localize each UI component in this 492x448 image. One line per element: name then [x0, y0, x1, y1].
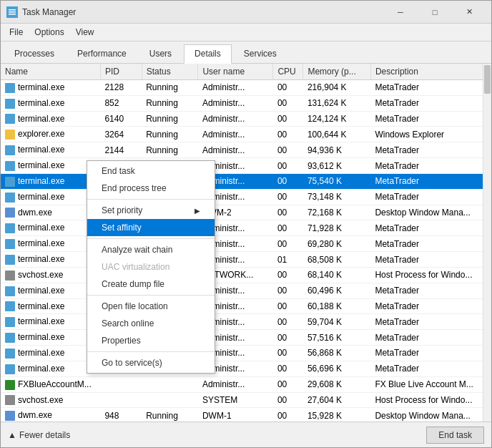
tab-services[interactable]: Services	[233, 44, 287, 63]
cell-name: svchost.exe	[1, 392, 100, 408]
table-row[interactable]: terminal.exe 8592 Running Administr... 0…	[1, 173, 491, 189]
cell-name: terminal.exe	[1, 330, 100, 346]
menu-options[interactable]: Options	[29, 25, 69, 39]
cell-user: Administr...	[198, 80, 273, 96]
menu-separator	[87, 199, 215, 200]
title-bar: Task Manager ─ □ ✕	[1, 1, 491, 24]
tab-users[interactable]: Users	[139, 44, 182, 63]
tab-details[interactable]: Details	[184, 44, 232, 64]
cell-cpu: 00	[273, 298, 303, 314]
context-menu-item[interactable]: End task	[87, 162, 215, 180]
cell-pid: 2144	[100, 142, 142, 158]
cell-cpu: 00	[273, 376, 303, 392]
process-table: Name PID Status User name CPU Memory (p.…	[1, 64, 491, 422]
context-menu-item[interactable]: Analyze wait chain	[87, 241, 215, 258]
table-row[interactable]: terminal.exe 6140 Running Administr... 0…	[1, 111, 491, 127]
cell-desc: MetaTrader	[370, 220, 491, 236]
process-icon	[5, 83, 15, 93]
cell-desc: MetaTrader	[370, 298, 491, 314]
table-row[interactable]: svchost.exe SYSTEM 00 27,604 K Host Proc…	[1, 392, 491, 408]
context-menu-item[interactable]: Go to service(s)	[87, 354, 215, 371]
table-row[interactable]: terminal.exe 2144 Running Administr... 0…	[1, 142, 491, 158]
context-menu-item[interactable]: Set affinity	[87, 219, 215, 236]
table-row[interactable]: FXBlueAccountM... Administr... 00 29,608…	[1, 376, 491, 392]
close-button[interactable]: ✕	[453, 4, 486, 20]
col-header-user[interactable]: User name	[198, 64, 273, 80]
cell-desc: MetaTrader	[370, 80, 491, 96]
col-header-memory[interactable]: Memory (p...	[303, 64, 371, 80]
menu-item-label: Analyze wait chain	[102, 245, 172, 255]
menu-bar: File Options View	[1, 24, 491, 42]
process-icon	[5, 395, 15, 405]
context-menu-item[interactable]: Properties	[87, 332, 215, 349]
table-row[interactable]: terminal.exe Administr... 00 56,868 K Me…	[1, 346, 491, 361]
cell-memory: 216,904 K	[303, 80, 371, 96]
tab-performance[interactable]: Performance	[67, 44, 137, 63]
table-row[interactable]: terminal.exe Administr... 00 57,516 K Me…	[1, 330, 491, 346]
maximize-button[interactable]: □	[418, 4, 451, 20]
cell-memory: 69,280 K	[303, 236, 371, 252]
col-header-pid[interactable]: PID	[100, 64, 142, 80]
table-row[interactable]: terminal.exe 4764 Running Administr... 0…	[1, 158, 491, 174]
task-manager-window: Task Manager ─ □ ✕ File Options View Pro…	[0, 0, 492, 448]
menu-item-label: UAC virtualization	[102, 262, 169, 272]
process-icon	[5, 286, 15, 296]
table-row[interactable]: terminal.exe Administr... 00 56,696 K Me…	[1, 361, 491, 376]
cell-name: terminal.exe	[1, 298, 100, 314]
table-row[interactable]: terminal.exe Administr... 01 68,508 K Me…	[1, 252, 491, 268]
cell-cpu: 00	[273, 361, 303, 376]
minimize-button[interactable]: ─	[384, 4, 417, 20]
table-row[interactable]: terminal.exe Administr... 00 69,280 K Me…	[1, 236, 491, 252]
menu-separator	[87, 295, 215, 296]
table-row[interactable]: terminal.exe Administr... 00 60,496 K Me…	[1, 283, 491, 298]
cell-name: terminal.exe	[1, 80, 100, 96]
cell-memory: 60,496 K	[303, 283, 371, 298]
cell-desc: MetaTrader	[370, 314, 491, 330]
cell-memory: 15,928 K	[303, 408, 371, 422]
menu-view[interactable]: View	[70, 25, 100, 39]
table-container[interactable]: Name PID Status User name CPU Memory (p.…	[1, 64, 491, 422]
menu-item-label: Create dump file	[102, 279, 164, 289]
table-row[interactable]: terminal.exe Administr... 00 59,704 K Me…	[1, 314, 491, 330]
cell-name: terminal.exe	[1, 252, 100, 268]
menu-separator	[87, 238, 215, 239]
chevron-up-icon: ▲	[8, 430, 16, 440]
col-header-name[interactable]: Name	[1, 64, 100, 80]
cell-cpu: 00	[273, 127, 303, 142]
process-icon	[5, 364, 15, 374]
table-row[interactable]: svchost.exe NETWORK... 00 68,140 K Host …	[1, 267, 491, 283]
fewer-details-button[interactable]: ▲ Fewer details	[8, 430, 73, 440]
context-menu-item[interactable]: Set priority▶	[87, 202, 215, 219]
menu-separator	[87, 351, 215, 352]
col-header-cpu[interactable]: CPU	[273, 64, 303, 80]
col-header-status[interactable]: Status	[142, 64, 198, 80]
cell-status: Running	[142, 80, 198, 96]
cell-memory: 56,696 K	[303, 361, 371, 376]
cell-pid	[100, 376, 142, 392]
table-row[interactable]: terminal.exe Administr... 00 60,188 K Me…	[1, 298, 491, 314]
cell-pid: 852	[100, 95, 142, 111]
context-menu-item[interactable]: Open file location	[87, 298, 215, 315]
table-row[interactable]: terminal.exe 852 Running Administr... 00…	[1, 95, 491, 111]
process-icon	[5, 255, 15, 265]
process-icon	[5, 161, 15, 171]
context-menu-item[interactable]: Search online	[87, 315, 215, 332]
menu-file[interactable]: File	[4, 25, 29, 39]
context-menu-item[interactable]: Create dump file	[87, 276, 215, 293]
table-row[interactable]: explorer.exe 3264 Running Administr... 0…	[1, 127, 491, 142]
scrollbar[interactable]	[483, 64, 491, 422]
table-row[interactable]: dwm.exe DWM-2 00 72,168 K Desktop Window…	[1, 205, 491, 220]
tab-processes[interactable]: Processes	[4, 44, 65, 63]
table-row[interactable]: dwm.exe 948 Running DWM-1 00 15,928 K De…	[1, 408, 491, 422]
table-row[interactable]: terminal.exe Administr... 00 71,928 K Me…	[1, 220, 491, 236]
table-row[interactable]: terminal.exe 2128 Running Administr... 0…	[1, 80, 491, 96]
cell-desc: MetaTrader	[370, 142, 491, 158]
cell-memory: 131,624 K	[303, 95, 371, 111]
context-menu-item[interactable]: End process tree	[87, 180, 215, 197]
cell-cpu: 00	[273, 330, 303, 346]
col-header-desc[interactable]: Description	[370, 64, 491, 80]
table-row[interactable]: terminal.exe Administr... 00 73,148 K Me…	[1, 189, 491, 205]
end-task-button[interactable]: End task	[426, 427, 484, 444]
cell-status	[142, 392, 198, 408]
process-icon	[5, 145, 15, 155]
